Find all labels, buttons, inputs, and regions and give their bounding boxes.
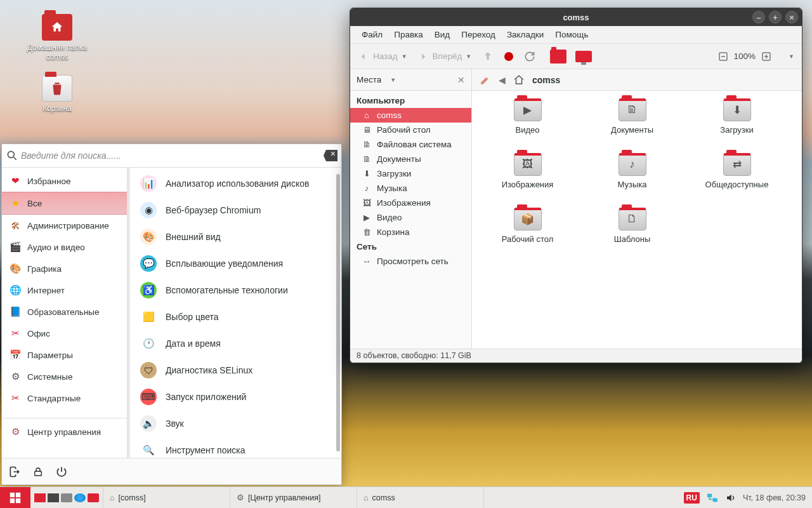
folder-Шаблоны[interactable]: 🗋Шаблоны (583, 208, 681, 258)
clear-search-button[interactable] (324, 150, 337, 161)
sidebar-item-comss[interactable]: ⌂comss (350, 108, 471, 123)
menu-Помощь[interactable]: Помощь (550, 27, 593, 42)
task-icon: ⌂ (363, 493, 369, 502)
sidebar-item-Документы[interactable]: 🗎Документы (350, 152, 471, 166)
category-Графика[interactable]: 🎨Графика (2, 258, 127, 279)
toolbar: Назад ▼ Вперёд ▼ 100% ▼ (350, 44, 802, 69)
menu-Файл[interactable]: Файл (357, 27, 388, 42)
sidebar-item-Видео[interactable]: ▶Видео (350, 210, 471, 225)
view-options-icon[interactable]: ▼ (789, 53, 794, 60)
desktop-trash[interactable]: Корзина (19, 75, 95, 114)
network-icon[interactable] (706, 493, 719, 503)
category-Избранное[interactable]: ❤Избранное (2, 170, 127, 192)
sidebar-item-Корзина[interactable]: 🗑Корзина (350, 225, 471, 239)
clock[interactable]: Чт, 18 фев, 20:39 (743, 493, 806, 502)
svg-rect-9 (16, 492, 20, 497)
category-Офис[interactable]: ✂Офис (2, 323, 127, 344)
volume-icon[interactable] (725, 492, 737, 504)
file-grid[interactable]: ▶Видео🗎Документы⬇Загрузки🖼Изображения♪Му… (472, 91, 802, 349)
back-button[interactable]: Назад ▼ (358, 51, 407, 62)
sidebar-item-Файловая система[interactable]: 🗎Файловая система (350, 137, 471, 152)
taskbar-task[interactable]: ⚙[Центр управления] (230, 487, 357, 509)
category-Все[interactable]: ★Все (2, 192, 127, 215)
app-item[interactable]: 🔍Инструмент поиска (130, 437, 341, 458)
folder-Документы[interactable]: 🗎Документы (583, 98, 681, 149)
folder-Загрузки[interactable]: ⬇Загрузки (688, 98, 786, 149)
sidebar-item-Изображения[interactable]: 🖼Изображения (350, 196, 471, 210)
home-icon[interactable] (513, 74, 525, 86)
folder-label: Общедоступные (705, 180, 769, 189)
power-icon[interactable] (55, 465, 68, 478)
zoom-out-icon[interactable] (717, 51, 729, 62)
forward-button[interactable]: Вперёд ▼ (417, 51, 472, 62)
folder-label: Изображения (502, 180, 554, 189)
up-icon[interactable] (481, 50, 494, 63)
edit-icon[interactable] (480, 74, 491, 86)
folder-Рабочий стол[interactable]: 📦Рабочий стол (478, 208, 577, 258)
app-item[interactable]: 🎨Внешний вид (130, 224, 341, 250)
app-icon[interactable] (88, 493, 99, 502)
app-item[interactable]: ◉Веб-браузер Chromium (130, 197, 341, 224)
sidebar-item-Музыка[interactable]: ♪Музыка (350, 181, 471, 196)
folder-Музыка[interactable]: ♪Музыка (583, 153, 681, 204)
app-item[interactable]: 🛡Диагностика SELinux (130, 357, 341, 384)
maximize-button[interactable]: + (769, 11, 782, 23)
folder-icon: ♪ (619, 153, 646, 176)
breadcrumb-current[interactable]: comss (532, 75, 560, 85)
category-Параметры[interactable]: 📅Параметры (2, 344, 127, 366)
taskbar-task[interactable]: ⌂[comss] (103, 487, 230, 509)
sidebar-item-Рабочий стол[interactable]: 🖥Рабочий стол (350, 123, 471, 137)
folder-Общедоступные[interactable]: ⇄Общедоступные (688, 153, 786, 204)
app-item[interactable]: ⌨Запуск приложений (130, 384, 341, 410)
lock-icon[interactable] (32, 466, 44, 478)
category-Администрирование[interactable]: 🛠Администрирование (2, 215, 127, 236)
app-item[interactable]: 📊Анализатор использования дисков (130, 170, 341, 197)
app-item[interactable]: 🕐Дата и время (130, 330, 341, 357)
sidebar-item-Загрузки[interactable]: ⬇Загрузки (350, 166, 471, 181)
menu-Вид[interactable]: Вид (429, 27, 455, 42)
app-item[interactable]: 💬Всплывающие уведомления (130, 250, 341, 277)
control-center-link[interactable]: ⚙Центр управления (2, 421, 127, 443)
desktop-home-folder[interactable]: Домашняя папка comss (19, 14, 95, 62)
workspace-icon[interactable] (34, 493, 46, 502)
menu-Переход[interactable]: Переход (456, 27, 501, 42)
home-folder-icon[interactable] (550, 50, 566, 64)
search-input[interactable] (18, 147, 324, 164)
category-Образовательные[interactable]: 📘Образовательные (2, 301, 127, 323)
close-pane-icon[interactable]: ✕ (457, 75, 465, 85)
zoom-in-icon[interactable] (761, 51, 772, 62)
window-titlebar[interactable]: comss – + × (350, 8, 802, 26)
terminal-icon[interactable] (48, 493, 59, 502)
path-back-icon[interactable]: ◀ (499, 75, 506, 85)
stop-icon[interactable] (504, 52, 513, 61)
place-icon: 🗎 (362, 154, 372, 164)
place-label: Видео (377, 213, 402, 222)
zoom-level: 100% (734, 51, 756, 61)
browser-icon[interactable] (74, 493, 86, 502)
chevron-down-icon[interactable]: ▼ (390, 77, 396, 83)
menu-Правка[interactable]: Правка (389, 27, 428, 42)
category-Аудио и видео[interactable]: 🎬Аудио и видео (2, 236, 127, 258)
reload-icon[interactable] (523, 50, 536, 63)
category-Системные[interactable]: ⚙Системные (2, 366, 127, 387)
folder-Изображения[interactable]: 🖼Изображения (478, 153, 577, 204)
minimize-button[interactable]: – (752, 11, 765, 23)
computer-icon[interactable] (575, 51, 592, 62)
app-launcher-button[interactable] (0, 487, 30, 509)
keyboard-layout-indicator[interactable]: RU (684, 492, 700, 504)
app-item[interactable]: 🔈Звук (130, 410, 341, 437)
app-item[interactable]: 🟨Выбор цвета (130, 304, 341, 330)
close-button[interactable]: × (785, 11, 798, 23)
sidebar: Компьютер⌂comss🖥Рабочий стол🗎Файловая си… (350, 91, 472, 349)
app-icon: 🟨 (140, 309, 157, 325)
files-icon[interactable] (61, 493, 72, 502)
category-Интернет[interactable]: 🌐Интернет (2, 279, 127, 301)
logout-icon[interactable] (8, 465, 21, 478)
folder-Видео[interactable]: ▶Видео (478, 98, 577, 149)
category-Стандартные[interactable]: ✂Стандартные (2, 387, 127, 409)
menu-Закладки[interactable]: Закладки (502, 27, 549, 42)
app-item[interactable]: ♿Вспомогательные технологии (130, 277, 341, 304)
sidebar-header-network: Сеть (350, 239, 471, 254)
taskbar-task[interactable]: ⌂comss (357, 487, 484, 509)
sidebar-item-network[interactable]: ↔Просмотреть сеть (350, 254, 471, 269)
